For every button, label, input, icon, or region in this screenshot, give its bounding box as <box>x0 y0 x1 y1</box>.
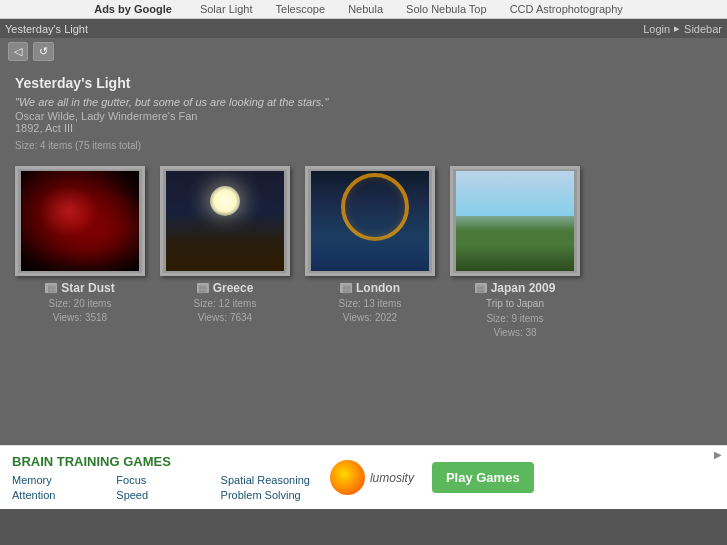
ad-link-solo-nebula[interactable]: Solo Nebula Top <box>406 3 487 15</box>
gallery-item-title-row-london: ▦ London <box>305 281 435 295</box>
gallery-item-views-japan: Views: 38 <box>450 326 580 340</box>
gallery-thumb-japan <box>456 171 574 271</box>
gallery-item-info-japan: ▦ Japan 2009 Trip to Japan Size: 9 items… <box>450 281 580 340</box>
folder-icon-greece: ▦ <box>197 283 209 293</box>
nav-separator: ▸ <box>674 22 680 35</box>
ad-category-focus[interactable]: Focus <box>116 474 205 486</box>
gallery-item-title-row-japan: ▦ Japan 2009 <box>450 281 580 295</box>
ad-category-spatial[interactable]: Spatial Reasoning <box>221 474 310 486</box>
gallery-thumb-wrapper-japan[interactable] <box>450 166 580 276</box>
ad-close-button[interactable]: ▶ <box>714 449 722 460</box>
gallery-item-greece[interactable]: ▦ Greece Size: 12 items Views: 7634 <box>160 166 290 340</box>
gallery-item-views-stardust: Views: 3518 <box>15 311 145 325</box>
page-quote: "We are all in the gutter, but some of u… <box>15 95 712 110</box>
gallery-thumb-greece <box>166 171 284 271</box>
gallery-item-size-london: Size: 13 items <box>305 297 435 311</box>
header-nav: Yesterday's Light Login ▸ Sidebar <box>0 19 727 38</box>
gallery-thumb-wrapper-stardust[interactable] <box>15 166 145 276</box>
login-link[interactable]: Login <box>643 23 670 35</box>
lumosity-icon <box>330 460 365 495</box>
ad-category-speed[interactable]: Speed <box>116 489 205 501</box>
page-title: Yesterday's Light <box>15 75 712 91</box>
lumosity-text: lumosity <box>370 471 414 485</box>
folder-icon-stardust: ▦ <box>45 283 57 293</box>
toolbar: ◁ ↺ <box>0 38 727 65</box>
page-quote-source: Oscar Wilde, Lady Windermere's Fan <box>15 110 712 122</box>
folder-icon-london: ▦ <box>340 283 352 293</box>
ad-category-problem[interactable]: Problem Solving <box>221 489 310 501</box>
gallery-item-title-row-greece: ▦ Greece <box>160 281 290 295</box>
page-quote-act: 1892, Act III <box>15 122 712 134</box>
gallery-grid: ▦ Star Dust Size: 20 items Views: 3518 ▦… <box>15 166 712 340</box>
gallery-item-title-stardust: Star Dust <box>61 281 114 295</box>
site-title: Yesterday's Light <box>5 23 88 35</box>
ad-categories: Memory Focus Spatial Reasoning Attention… <box>12 474 310 501</box>
gallery-thumb-stardust <box>21 171 139 271</box>
ad-category-memory[interactable]: Memory <box>12 474 101 486</box>
gallery-item-title-london: London <box>356 281 400 295</box>
ad-title: BRAIN TRAINING GAMES <box>12 454 310 469</box>
page-title-section: Yesterday's Light "We are all in the gut… <box>15 75 712 151</box>
items-count: Size: 4 items (75 items total) <box>15 140 712 151</box>
gallery-item-size-stardust: Size: 20 items <box>15 297 145 311</box>
bottom-ad-banner: ▶ BRAIN TRAINING GAMES Memory Focus Spat… <box>0 445 727 509</box>
gallery-item-info-greece: ▦ Greece Size: 12 items Views: 7634 <box>160 281 290 325</box>
gallery-item-title-row-stardust: ▦ Star Dust <box>15 281 145 295</box>
gallery-item-london[interactable]: ▦ London Size: 13 items Views: 2022 <box>305 166 435 340</box>
gallery-item-stardust[interactable]: ▦ Star Dust Size: 20 items Views: 3518 <box>15 166 145 340</box>
top-ad-bar: Ads by Google Solar Light Telescope Nebu… <box>0 0 727 19</box>
ad-link-telescope[interactable]: Telescope <box>276 3 326 15</box>
folder-icon-japan: ▦ <box>475 283 487 293</box>
gallery-item-size-japan: Size: 9 items <box>450 312 580 326</box>
gallery-thumb-london <box>311 171 429 271</box>
ad-category-attention[interactable]: Attention <box>12 489 101 501</box>
refresh-button[interactable]: ↺ <box>33 42 54 61</box>
gallery-item-size-greece: Size: 12 items <box>160 297 290 311</box>
ad-link-nebula[interactable]: Nebula <box>348 3 383 15</box>
ad-link-ccd[interactable]: CCD Astrophotography <box>510 3 623 15</box>
gallery-item-title-japan: Japan 2009 <box>491 281 556 295</box>
ad-link-solar[interactable]: Solar Light <box>200 3 253 15</box>
ads-by-google-label: Ads by Google <box>94 3 172 15</box>
sidebar-link[interactable]: Sidebar <box>684 23 722 35</box>
gallery-item-views-greece: Views: 7634 <box>160 311 290 325</box>
gallery-item-desc-japan: Trip to Japan <box>450 297 580 310</box>
gallery-thumb-wrapper-london[interactable] <box>305 166 435 276</box>
gallery-item-info-stardust: ▦ Star Dust Size: 20 items Views: 3518 <box>15 281 145 325</box>
ad-content-left: BRAIN TRAINING GAMES Memory Focus Spatia… <box>12 454 310 501</box>
main-content: Yesterday's Light "We are all in the gut… <box>0 65 727 445</box>
ad-logo: lumosity <box>330 460 414 495</box>
gallery-item-japan[interactable]: ▦ Japan 2009 Trip to Japan Size: 9 items… <box>450 166 580 340</box>
play-games-button[interactable]: Play Games <box>432 462 534 493</box>
gallery-item-info-london: ▦ London Size: 13 items Views: 2022 <box>305 281 435 325</box>
gallery-thumb-wrapper-greece[interactable] <box>160 166 290 276</box>
back-button[interactable]: ◁ <box>8 42 28 61</box>
gallery-item-title-greece: Greece <box>213 281 254 295</box>
gallery-item-views-london: Views: 2022 <box>305 311 435 325</box>
